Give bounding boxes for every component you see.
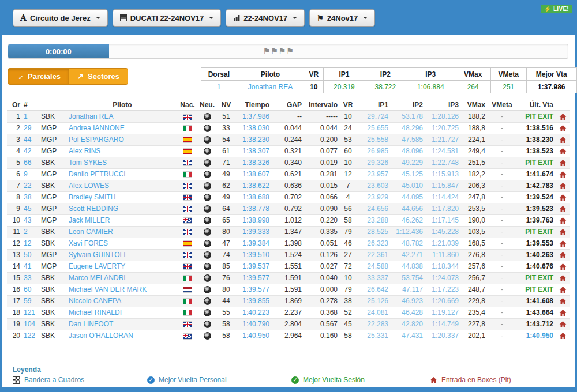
cell-best-time: 1:39.333 [235, 226, 271, 238]
cell-rider[interactable]: Tom SYKES [67, 157, 178, 168]
circuit-dropdown[interactable]: A Circuito de Jerez [13, 9, 108, 27]
cell-rider[interactable]: Bradley SMITH [67, 191, 178, 203]
cell-number[interactable]: 22 [22, 180, 39, 191]
cell-vr: 10 [339, 157, 357, 168]
col-header-mejor-vta: Mejor Vta [526, 68, 576, 81]
cell-vmeta: - [487, 318, 517, 330]
standings-col-header: VMax [460, 99, 487, 111]
cell-rider[interactable]: Alex LOWES [67, 180, 178, 191]
cell-vmax: 276,8 [460, 249, 487, 261]
event-dropdown[interactable]: DUCATI 22-24NOV17 [113, 9, 222, 27]
cell-number[interactable]: 2 [22, 226, 39, 238]
frame-left [0, 35, 2, 387]
cell-laps: 76 [217, 272, 235, 284]
cell-rider[interactable]: Pol ESPARGARO [67, 134, 178, 145]
cell-vmax: 256,7 [460, 272, 487, 284]
cell-rider[interactable]: Andrea IANNONE [67, 122, 178, 134]
cell-rider[interactable]: Niccolo CANEPA [67, 295, 178, 307]
cell-ip1: 33.337 [357, 272, 390, 284]
cell-rider[interactable]: Marco MELANDRI [67, 272, 178, 284]
cell-pit [555, 145, 570, 157]
cell-ip2: 53.754 [390, 272, 425, 284]
standings-col-header: Tiempo [235, 99, 271, 111]
cell-number[interactable]: 104 [22, 318, 39, 330]
cell-vmeta: - [487, 307, 517, 318]
cell-interval: 0.160 [304, 330, 339, 341]
chevron-down-icon [293, 17, 297, 19]
cell-position: 7 [7, 180, 22, 191]
cell-nation [178, 238, 197, 249]
cell-number[interactable]: 43 [22, 214, 39, 226]
cell-rider[interactable]: Sylvain GUINTOLI [67, 249, 178, 261]
cell-rider[interactable]: Scott REDDING [67, 203, 178, 214]
cell-number[interactable]: 66 [22, 157, 39, 168]
cell-number[interactable]: 33 [22, 272, 39, 284]
cell-last-lap: 1:38.523 [517, 145, 555, 157]
cell-vmax: 168,5 [460, 238, 487, 249]
cell-ip1: 24.656 [357, 203, 390, 214]
cell-vmax: 190,0 [460, 214, 487, 226]
cell-class: SBK [39, 111, 67, 122]
cell-rider[interactable]: Danilo PETRUCCI [67, 168, 178, 180]
cell-number[interactable]: 121 [22, 307, 39, 318]
cell-rider[interactable]: Jason O'HALLORAN [67, 330, 178, 341]
cell-number[interactable]: 44 [22, 134, 39, 145]
cell-number[interactable]: 9 [22, 168, 39, 180]
tyre-icon [204, 125, 211, 132]
cell-rider[interactable]: Jack MILLER [67, 214, 178, 226]
cell-number[interactable]: 50 [22, 249, 39, 261]
cell-rider[interactable]: Xavi FORES [67, 238, 178, 249]
cell-ip1: 29.326 [357, 157, 390, 168]
day-dropdown[interactable]: ⚑ 24Nov17 [309, 9, 375, 27]
cell-ip3: 1:19.127 [425, 307, 460, 318]
parciales-button[interactable]: ↔ Parciales [8, 68, 69, 85]
cell-rider[interactable]: Eugene LAVERTY [67, 261, 178, 272]
selected-rider-row: 1 Jonathan REA 10 20.319 38.722 1:06.884… [201, 81, 577, 93]
cell-number[interactable]: 45 [22, 203, 39, 214]
cell-rider[interactable]: Leon CAMIER [67, 226, 178, 238]
tyre-icon [204, 171, 211, 178]
table-row: 442MGPAlex RINS611:38.3070.3210.0776026.… [7, 145, 570, 157]
session-dropdown[interactable]: 22-24NOV17 [226, 9, 305, 27]
cell-rider[interactable]: Jonathan REA [67, 111, 178, 122]
cell-vmeta: - [487, 249, 517, 261]
cell-number[interactable]: 41 [22, 261, 39, 272]
cell-rider[interactable]: Dan LINFOOT [67, 318, 178, 330]
cell-vmax: 103,5 [460, 226, 487, 238]
cell-number[interactable]: 122 [22, 330, 39, 341]
cell-rider[interactable]: Michael RINALDI [67, 307, 178, 318]
tyre-icon [204, 182, 211, 190]
pit-house-icon [559, 205, 567, 213]
cell-ip3: 1:17.223 [425, 284, 460, 295]
cell-ip1: 25.655 [357, 122, 390, 134]
cell-number[interactable]: 59 [22, 295, 39, 307]
cell-rider[interactable]: Michael VAN DER MARK [67, 284, 178, 295]
cell-nation [178, 307, 197, 318]
pit-house-icon [559, 239, 567, 247]
cell-ip2: 47.585 [390, 134, 425, 145]
cell-ip1: 23.288 [357, 214, 390, 226]
selected-piloto[interactable]: Jonathan REA [237, 81, 304, 93]
cell-nation [178, 191, 197, 203]
cell-number[interactable]: 60 [22, 284, 39, 295]
sectores-button[interactable]: ↗ Sectores [69, 68, 128, 85]
cell-ip3: 1:22.748 [425, 157, 460, 168]
tyre-icon [204, 113, 211, 120]
cell-rider[interactable]: Alex RINS [67, 145, 178, 157]
table-row: 229MGPAndrea IANNONE331:38.0300.0440.044… [7, 122, 570, 134]
selected-dorsal[interactable]: 1 [201, 81, 237, 93]
cell-number[interactable]: 1 [22, 111, 39, 122]
cell-nation [178, 284, 197, 295]
cell-best-time: 1:37.986 [235, 111, 271, 122]
col-header-piloto: Piloto [237, 68, 304, 81]
cell-interval: 0.368 [304, 307, 339, 318]
cell-vmeta: - [487, 238, 517, 249]
cell-number[interactable]: 12 [22, 238, 39, 249]
cell-vmeta: - [487, 295, 517, 307]
cell-number[interactable]: 38 [22, 191, 39, 203]
font-icon: A [20, 14, 27, 22]
cell-best-time: 1:38.326 [235, 157, 271, 168]
cell-number[interactable]: 42 [22, 145, 39, 157]
cell-number[interactable]: 29 [22, 122, 39, 134]
col-header-vmax: VMax [455, 68, 491, 81]
